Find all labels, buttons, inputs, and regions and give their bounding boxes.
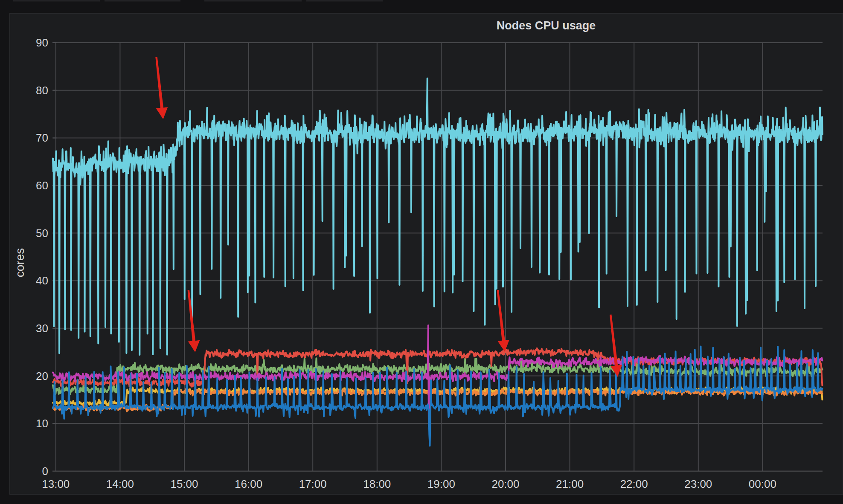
svg-text:60: 60 (36, 179, 48, 192)
svg-text:13:00: 13:00 (42, 478, 70, 490)
svg-text:10: 10 (36, 417, 48, 430)
svg-text:cores: cores (13, 248, 26, 277)
svg-text:23:00: 23:00 (684, 478, 712, 490)
svg-text:70: 70 (36, 131, 48, 144)
svg-text:21:00: 21:00 (556, 478, 584, 490)
svg-text:15:00: 15:00 (170, 478, 198, 490)
svg-text:18:00: 18:00 (363, 478, 391, 490)
svg-text:40: 40 (36, 274, 48, 287)
svg-text:14:00: 14:00 (106, 478, 134, 490)
svg-text:50: 50 (36, 227, 48, 240)
svg-text:30: 30 (36, 322, 48, 335)
svg-text:22:00: 22:00 (620, 478, 648, 490)
svg-text:80: 80 (36, 84, 48, 97)
svg-text:17:00: 17:00 (299, 478, 327, 490)
svg-text:20:00: 20:00 (491, 478, 519, 490)
svg-text:16:00: 16:00 (235, 478, 262, 490)
svg-text:19:00: 19:00 (427, 478, 455, 490)
svg-text:00:00: 00:00 (749, 478, 776, 490)
svg-text:0: 0 (42, 465, 48, 478)
svg-text:90: 90 (36, 36, 48, 49)
svg-text:20: 20 (36, 370, 48, 382)
svg-text:Nodes CPU usage: Nodes CPU usage (497, 19, 596, 32)
